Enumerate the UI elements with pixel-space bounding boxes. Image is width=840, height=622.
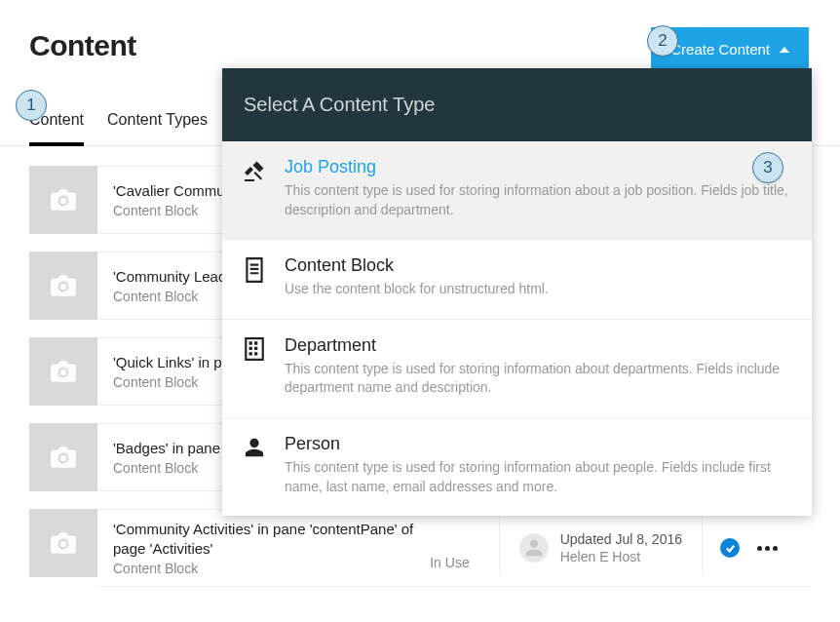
type-desc: This content type is used for storing in… xyxy=(285,458,790,496)
row-meta: Updated Jul 8, 2016 Helen E Host xyxy=(500,520,703,576)
caret-up-icon xyxy=(780,47,789,53)
thumbnail-placeholder xyxy=(29,252,97,320)
thumbnail-placeholder xyxy=(29,423,97,491)
camera-icon xyxy=(51,532,76,554)
document-icon xyxy=(242,255,267,299)
camera-icon xyxy=(51,275,76,296)
callout-3: 3 xyxy=(752,152,783,183)
building-icon xyxy=(242,335,267,398)
type-item-content-block[interactable]: Content Block Use the content block for … xyxy=(222,240,812,320)
type-title: Department xyxy=(285,335,790,356)
type-desc: Use the content block for unstructured h… xyxy=(285,280,790,299)
type-title: Job Posting xyxy=(285,157,790,177)
row-title: 'Community Activities' in pane 'contentP… xyxy=(113,520,430,558)
check-icon xyxy=(725,543,736,554)
type-title: Content Block xyxy=(285,255,790,276)
camera-icon xyxy=(51,189,76,211)
thumbnail-placeholder xyxy=(29,166,97,234)
type-item-person[interactable]: Person This content type is used for sto… xyxy=(222,418,812,516)
person-icon xyxy=(242,434,267,496)
author-label: Helen E Host xyxy=(560,548,682,565)
more-actions-button[interactable] xyxy=(757,546,778,551)
content-row[interactable]: 'Community Activities' in pane 'contentP… xyxy=(29,509,811,587)
person-icon xyxy=(524,538,544,558)
thumbnail-placeholder xyxy=(29,509,97,577)
type-desc: This content type is used for storing in… xyxy=(285,181,790,219)
in-use-label: In Use xyxy=(430,520,499,576)
thumbnail-placeholder xyxy=(29,337,97,406)
updated-label: Updated Jul 8, 2016 xyxy=(560,530,682,548)
gavel-icon xyxy=(242,157,267,219)
callout-2: 2 xyxy=(647,25,678,57)
status-badge xyxy=(720,538,740,558)
camera-icon xyxy=(51,447,76,468)
camera-icon xyxy=(51,361,76,382)
dropdown-title: Select A Content Type xyxy=(222,68,812,141)
row-subtitle: Content Block xyxy=(113,561,430,576)
row-actions xyxy=(703,538,795,558)
callout-1: 1 xyxy=(16,90,47,121)
content-type-dropdown: Select A Content Type Job Posting This c… xyxy=(222,68,812,516)
type-item-job-posting[interactable]: Job Posting This content type is used fo… xyxy=(222,141,812,240)
type-desc: This content type is used for storing in… xyxy=(285,360,790,398)
avatar xyxy=(519,533,549,563)
row-body: 'Community Activities' in pane 'contentP… xyxy=(97,509,811,587)
type-item-department[interactable]: Department This content type is used for… xyxy=(222,320,812,418)
create-content-label: Create Content xyxy=(670,41,770,58)
tab-content-types[interactable]: Content Types xyxy=(107,101,208,145)
type-title: Person xyxy=(285,434,790,454)
